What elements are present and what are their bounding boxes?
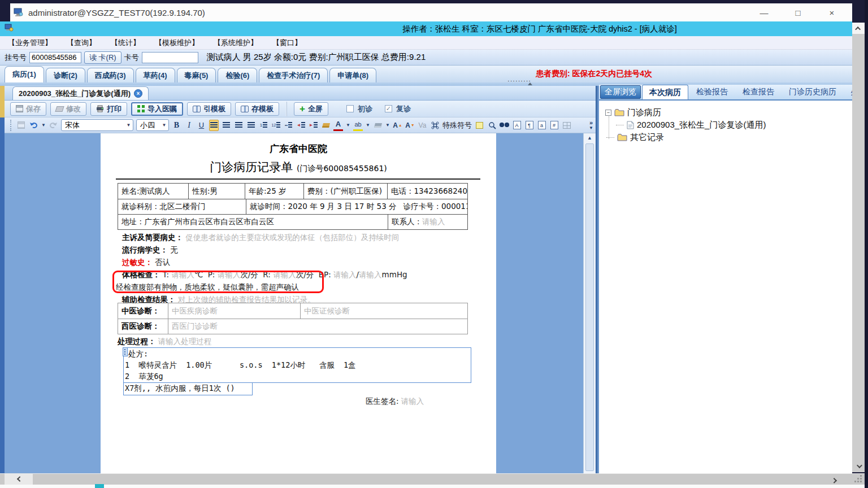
bp-systolic-placeholder[interactable]: 请输入 (333, 270, 357, 279)
fullscreen-button[interactable]: + 全屏 (294, 102, 328, 116)
note-icon[interactable] (475, 120, 484, 131)
tab-herbal[interactable]: 草药(4) (136, 68, 175, 82)
shading-icon[interactable] (373, 120, 383, 131)
find-text-icon[interactable]: A (512, 120, 522, 131)
bold-icon[interactable]: B (172, 120, 181, 131)
tab-diagnosis[interactable]: 诊断(2) (46, 68, 85, 82)
scroll-right-button[interactable] (821, 474, 849, 485)
font-family-select[interactable]: 宋体 ▼ (61, 119, 133, 131)
symbol-knot-icon[interactable] (430, 120, 440, 131)
close-document-icon[interactable]: × (134, 89, 142, 98)
load-template-button[interactable]: 引模板 (187, 102, 231, 116)
toolbar-overflow-button[interactable]: » ▼ (589, 120, 593, 131)
tcm-disease-placeholder[interactable]: 中医疾病诊断 (168, 303, 300, 319)
wm-diagnosis-placeholder[interactable]: 西医门诊诊断 (168, 319, 467, 334)
card-no-input[interactable] (142, 52, 198, 63)
tab-prescription-info[interactable]: 处方信 (844, 85, 852, 99)
format-painter-icon[interactable] (321, 120, 331, 131)
print-button[interactable]: 打印 (90, 102, 127, 116)
reg-no-input[interactable] (29, 52, 81, 63)
horizontal-scrollbar[interactable] (0, 473, 865, 485)
splitter-arrow-icon[interactable] (528, 82, 532, 85)
tab-lab-report[interactable]: 检验报告 (689, 85, 735, 99)
import-orders-button[interactable]: 导入医嘱 (131, 102, 183, 116)
tab-exam-surgery[interactable]: 检查手术治疗(7) (259, 68, 328, 82)
grow-font-icon[interactable]: A▲ (393, 120, 402, 131)
tree-expander-icon[interactable]: − (605, 110, 611, 116)
tab-lab-test[interactable]: 检验(6) (218, 68, 257, 82)
resize-grip-icon[interactable] (854, 481, 856, 482)
save-template-button[interactable]: 存模板 (235, 102, 279, 116)
document-tab[interactable]: 20200903_张松生_门诊复诊(通用) × (12, 86, 149, 100)
epidemic-history-value[interactable]: 无 (170, 245, 178, 254)
align-left-icon[interactable] (209, 120, 219, 131)
scroll-left-button[interactable] (5, 474, 33, 485)
menu-template-maintenance[interactable]: 【模板维护】 (155, 38, 199, 48)
chief-complaint-placeholder[interactable]: 促使患者就诊的主要症状或发现的体征（包括部位）及持续时间 (185, 233, 399, 242)
highlight-icon[interactable]: ab (353, 120, 363, 131)
special-symbols-button[interactable]: 特殊符号 (442, 120, 472, 131)
indent-icon[interactable]: ► (309, 120, 318, 131)
save-doc-icon[interactable] (16, 120, 26, 131)
find-paragraph-icon[interactable]: ¶ (524, 120, 534, 131)
medical-record-page[interactable]: 广东省中医院 门诊病历记录单 (门诊号600085455861) 姓名:测试病人… (101, 133, 496, 473)
read-card-button[interactable]: 读 卡(R) (84, 51, 121, 64)
scroll-up-icon[interactable]: ▲ (584, 133, 596, 142)
page-number-icon[interactable]: # (549, 120, 559, 131)
tcm-syndrome-placeholder[interactable]: 中医证候诊断 (300, 303, 467, 319)
tree-item-record-document[interactable]: 20200903_张松生_门诊复诊(通用) (599, 119, 852, 131)
tree-item-other-records[interactable]: 其它记录 (599, 131, 852, 143)
tab-exam-report[interactable]: 检查报告 (736, 85, 781, 99)
fullscreen-browse-button[interactable]: 全屏浏览 (600, 85, 641, 99)
font-size-select[interactable]: 小四 ▼ (136, 119, 169, 131)
font-color-dropdown-icon[interactable]: ▼ (346, 120, 350, 131)
prescription-block[interactable]: 处方: 1 喉特灵含片 1.00片 s.o.s 1*12小时 含服 1盒 2 荜… (123, 347, 471, 383)
exam-finding-text[interactable]: 经检查腹部有肿物，质地柔软，疑似囊肿，需超声确认 (116, 282, 299, 291)
tab-narcotics[interactable]: 毒麻(5) (177, 68, 216, 82)
pulse-placeholder[interactable]: 请输入 (218, 270, 241, 279)
replace-icon[interactable]: a (537, 120, 546, 131)
menu-business[interactable]: 【业务管理】 (8, 38, 52, 48)
close-button[interactable]: × (815, 3, 849, 21)
scrollbar-thumb[interactable] (585, 143, 594, 471)
allergy-history-value[interactable]: 否认 (155, 258, 170, 267)
outdent-icon[interactable]: ◄ (296, 120, 306, 131)
numbered-list-icon[interactable]: 12 (271, 120, 281, 131)
editor-scrollbar[interactable]: ▲ (583, 133, 596, 473)
font-color-icon[interactable]: A (333, 120, 343, 131)
tab-application-form[interactable]: 申请单(8) (329, 68, 376, 82)
binoculars-icon[interactable] (500, 120, 509, 131)
undo-icon[interactable] (29, 120, 38, 131)
bp-diastolic-placeholder[interactable]: 请输入 (359, 270, 382, 279)
align-right-icon[interactable] (234, 120, 244, 131)
phonetic-guide-icon[interactable]: Va (418, 120, 427, 131)
tab-current-record[interactable]: 本次病历 (642, 85, 688, 99)
return-visit-checkbox[interactable]: ✓ (385, 105, 392, 112)
tab-outpatient-history[interactable]: 门诊历史病历 (782, 85, 843, 99)
shrink-font-icon[interactable]: A▼ (405, 120, 415, 131)
scroll-up-button[interactable] (852, 23, 865, 34)
tab-medical-record[interactable]: 病历(1) (5, 66, 44, 82)
drag-handle-icon[interactable] (123, 347, 128, 356)
bullet-list-icon[interactable]: •• (284, 120, 293, 131)
temperature-placeholder[interactable]: 请输入 (171, 270, 194, 279)
tree-item-outpatient-records[interactable]: − 门诊病历 (599, 106, 852, 119)
modify-button[interactable]: 修改 (50, 102, 86, 116)
underline-icon[interactable]: U (197, 120, 206, 131)
save-button[interactable]: 保存 (10, 102, 46, 116)
menu-query[interactable]: 【查询】 (67, 38, 96, 48)
doctor-signature-placeholder[interactable]: 请输入 (401, 396, 424, 406)
toolbar-grip[interactable] (10, 120, 12, 131)
menu-system-maintenance[interactable]: 【系统维护】 (214, 38, 258, 48)
process-placeholder[interactable]: 请输入处理过程 (158, 337, 212, 346)
minimize-button[interactable]: — (747, 3, 781, 21)
table-icon[interactable] (562, 120, 571, 131)
line-spacing-icon[interactable]: 1 (259, 120, 268, 131)
right-scrollbar[interactable] (852, 23, 865, 472)
justify-icon[interactable] (246, 120, 256, 131)
tab-western-medicine[interactable]: 西成药(3) (87, 68, 134, 82)
menu-statistics[interactable]: 【统计】 (111, 38, 140, 48)
highlight-dropdown-icon[interactable]: ▼ (366, 120, 370, 131)
redo-icon[interactable] (49, 120, 58, 131)
editor-canvas[interactable]: 广东省中医院 门诊病历记录单 (门诊号600085455861) 姓名:测试病人… (5, 133, 583, 473)
